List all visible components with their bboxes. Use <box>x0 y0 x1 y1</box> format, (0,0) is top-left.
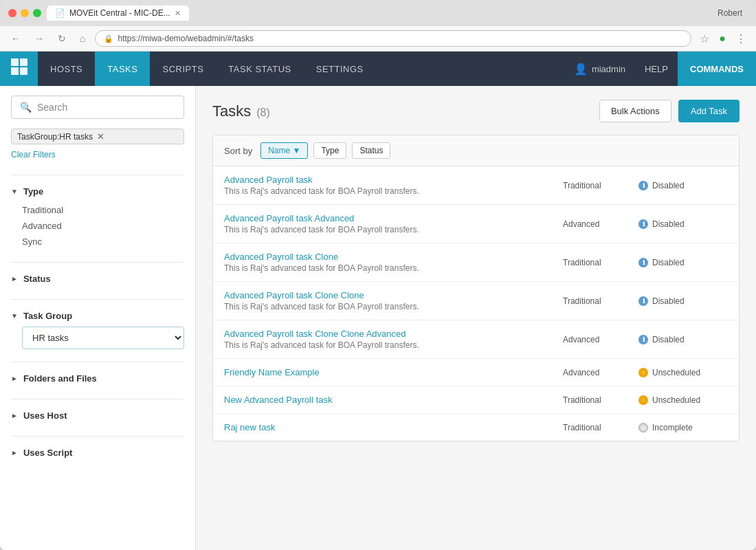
folders-chevron-icon: ► <box>11 375 18 382</box>
clear-filters-link[interactable]: Clear Filters <box>11 150 184 160</box>
table-row: Advanced Payroll task Advanced This is R… <box>213 205 739 243</box>
bookmark-icon[interactable]: ☆ <box>697 31 712 47</box>
page-title: Tasks <box>212 102 251 120</box>
task-desc: This is Raj's advanced task for BOA Payr… <box>224 302 563 311</box>
browser-nav-icons: ☆ ● ⋮ <box>697 31 749 47</box>
nav-user[interactable]: 👤 miadmin <box>564 52 635 86</box>
nav-scripts[interactable]: SCRIPTS <box>150 52 216 86</box>
main-content: 🔍 Search TaskGroup:HR tasks ✕ Clear Filt… <box>0 86 756 550</box>
status-label: Unscheduled <box>652 368 700 377</box>
nav-items: HOSTS TASKS SCRIPTS TASK STATUS SETTINGS <box>38 52 376 86</box>
uses-script-section-header[interactable]: ► Uses Script <box>11 442 184 463</box>
nav-commands[interactable]: COMMANDS <box>678 52 756 86</box>
sidebar-section-folders: ► Folders and Files <box>11 368 184 389</box>
task-name[interactable]: Advanced Payroll task <box>224 175 563 185</box>
search-label: Search <box>37 102 67 113</box>
task-group-select[interactable]: HR tasks All Groups <box>22 327 184 349</box>
type-sync[interactable]: Sync <box>22 234 184 250</box>
task-name[interactable]: Advanced Payroll task Clone <box>224 252 563 262</box>
type-advanced[interactable]: Advanced <box>22 218 184 234</box>
task-info: Friendly Name Example <box>224 367 563 377</box>
task-type: Traditional <box>563 258 638 267</box>
task-count: (8) <box>256 107 270 119</box>
task-name[interactable]: Advanced Payroll task Clone Clone <box>224 290 563 300</box>
sidebar-divider-3 <box>11 299 184 300</box>
nav-task-status[interactable]: TASK STATUS <box>216 52 303 86</box>
status-dot: ℹ <box>638 335 648 344</box>
forward-button[interactable]: → <box>30 32 48 45</box>
status-chevron-icon: ► <box>11 275 18 283</box>
browser-navbar: ← → ↻ ⌂ 🔒 https://miwa-demo/webadmin/#/t… <box>0 26 756 52</box>
status-label: Disabled <box>652 181 685 190</box>
url-text: https://miwa-demo/webadmin/#/tasks <box>118 34 253 43</box>
task-name[interactable]: Friendly Name Example <box>224 367 563 377</box>
table-row: New Advanced Payroll task Traditional ○ … <box>213 386 739 414</box>
task-name[interactable]: New Advanced Payroll task <box>224 395 563 405</box>
task-type: Advanced <box>563 219 638 229</box>
task-group-chevron-icon: ▼ <box>11 312 18 320</box>
task-list: Advanced Payroll task This is Raj's adva… <box>213 166 739 441</box>
task-info: Advanced Payroll task Clone Clone Advanc… <box>224 329 563 350</box>
tab-favicon: 📄 <box>55 8 65 18</box>
sort-by-type-button[interactable]: Type <box>313 142 346 159</box>
task-type: Advanced <box>563 368 638 377</box>
address-bar[interactable]: 🔒 https://miwa-demo/webadmin/#/tasks <box>95 30 691 47</box>
settings-icon[interactable]: ⋮ <box>733 31 749 47</box>
task-name[interactable]: Raj new task <box>224 422 563 432</box>
task-status: ℹ Disabled <box>638 219 728 229</box>
svg-rect-0 <box>11 58 19 66</box>
type-section-header[interactable]: ▼ Type <box>11 181 184 202</box>
folders-section-header[interactable]: ► Folders and Files <box>11 368 184 389</box>
tab-close-icon[interactable]: ✕ <box>175 9 181 18</box>
table-row: Advanced Payroll task Clone Clone This i… <box>213 282 739 320</box>
sidebar-section-task-group: ▼ Task Group HR tasks All Groups <box>11 305 184 352</box>
folders-section-label: Folders and Files <box>23 373 97 384</box>
sort-by-name-button[interactable]: Name ▼ <box>260 142 308 159</box>
type-section-label: Type <box>23 186 43 197</box>
nav-username: miadmin <box>592 64 625 74</box>
page-title-area: Tasks (8) <box>212 102 270 120</box>
search-box[interactable]: 🔍 Search <box>11 96 184 119</box>
nav-tasks[interactable]: TASKS <box>95 52 150 86</box>
task-status: ℹ Disabled <box>638 296 728 306</box>
uses-host-section-header[interactable]: ► Uses Host <box>11 405 184 426</box>
browser-user: Robert <box>718 8 748 18</box>
browser-window: 📄 MOVEit Central - MIC-DE... ✕ Robert ← … <box>0 0 756 550</box>
nav-settings[interactable]: SETTINGS <box>304 52 376 86</box>
add-task-button[interactable]: Add Task <box>678 100 740 122</box>
refresh-button[interactable]: ↻ <box>54 32 70 45</box>
nav-help[interactable]: HELP <box>635 52 678 86</box>
task-group-section-label: Task Group <box>23 311 72 321</box>
task-info: Advanced Payroll task Clone This is Raj'… <box>224 252 563 273</box>
type-traditional[interactable]: Traditional <box>22 202 184 218</box>
task-status: ℹ Disabled <box>638 258 728 267</box>
task-name[interactable]: Advanced Payroll task Clone Clone Advanc… <box>224 329 563 339</box>
extension-icon[interactable]: ● <box>716 31 729 47</box>
status-dot: ○ <box>638 368 648 377</box>
task-status: ○ Unscheduled <box>638 368 728 377</box>
sort-by-status-button[interactable]: Status <box>352 142 390 159</box>
status-label: Incomplete <box>652 423 693 432</box>
bulk-actions-button[interactable]: Bulk Actions <box>599 100 671 122</box>
filter-tag-close-icon[interactable]: ✕ <box>97 131 104 142</box>
sidebar-divider-2 <box>11 262 184 263</box>
task-group-section-header[interactable]: ▼ Task Group <box>11 305 184 327</box>
task-group-section-items: HR tasks All Groups <box>11 327 184 352</box>
back-button[interactable]: ← <box>7 32 25 45</box>
nav-hosts[interactable]: HOSTS <box>38 52 95 86</box>
home-button[interactable]: ⌂ <box>76 32 89 45</box>
svg-rect-3 <box>20 67 27 75</box>
content-header: Tasks (8) Bulk Actions Add Task <box>212 100 740 122</box>
maximize-button[interactable] <box>33 9 41 17</box>
browser-tab[interactable]: 📄 MOVEit Central - MIC-DE... ✕ <box>47 6 189 21</box>
type-section-items: Traditional Advanced Sync <box>11 202 184 252</box>
close-button[interactable] <box>8 9 16 17</box>
status-section-header[interactable]: ► Status <box>11 268 184 289</box>
status-dot: ℹ <box>638 258 648 267</box>
task-name[interactable]: Advanced Payroll task Advanced <box>224 213 563 223</box>
task-type: Traditional <box>563 181 638 190</box>
minimize-button[interactable] <box>21 9 29 17</box>
task-type: Traditional <box>563 395 638 405</box>
nav-right: 👤 miadmin HELP COMMANDS <box>564 52 756 86</box>
browser-titlebar: 📄 MOVEit Central - MIC-DE... ✕ Robert <box>0 0 756 26</box>
